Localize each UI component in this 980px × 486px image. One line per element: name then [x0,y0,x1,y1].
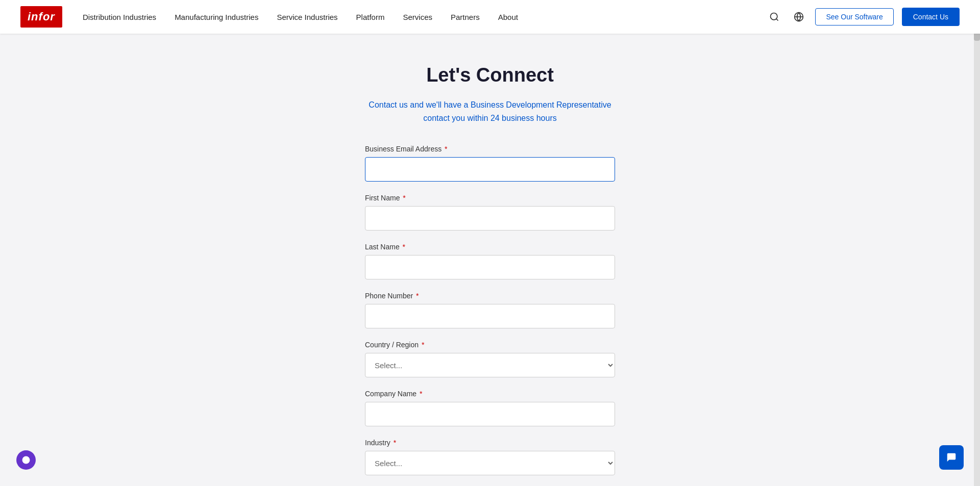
lastname-group: Last Name * [365,243,615,279]
main-nav: infor Distribution Industries Manufactur… [0,0,980,34]
globe-icon [794,12,804,22]
nav-actions: See Our Software Contact Us [766,8,960,26]
nav-distribution-industries[interactable]: Distribution Industries [83,13,156,21]
firstname-label: First Name * [365,194,615,202]
chat-button[interactable] [939,445,964,470]
industry-required-marker: * [391,439,396,447]
industry-select[interactable]: Select... [365,451,615,475]
contact-form: Business Email Address * First Name * La… [365,145,615,486]
purple-circle-widget[interactable] [16,450,36,470]
nav-service-industries[interactable]: Service Industries [277,13,337,21]
industry-group: Industry * Select... [365,439,615,475]
country-group: Country / Region * Select... [365,341,615,377]
nav-links: Distribution Industries Manufacturing In… [83,13,767,21]
page-title: Let's Connect [426,64,554,86]
country-select[interactable]: Select... [365,353,615,377]
company-group: Company Name * [365,390,615,426]
nav-platform[interactable]: Platform [356,13,385,21]
phone-required-marker: * [414,292,419,300]
phone-label: Phone Number * [365,292,615,300]
chat-icon [946,452,957,463]
svg-point-0 [771,13,777,20]
firstname-required-marker: * [401,194,405,202]
contact-us-button[interactable]: Contact Us [902,8,960,26]
subtitle-part1: Contact us and we'll have a [369,100,471,109]
nav-services[interactable]: Services [403,13,432,21]
company-required-marker: * [418,390,422,398]
nav-about[interactable]: About [498,13,518,21]
phone-group: Phone Number * [365,292,615,328]
subtitle-part2: within 24 business hours [465,114,557,122]
scrollbar-track[interactable] [974,0,980,486]
email-required-marker: * [443,145,447,153]
country-required-marker: * [420,341,424,349]
see-software-button[interactable]: See Our Software [815,8,893,25]
country-label: Country / Region * [365,341,615,349]
industry-label: Industry * [365,439,615,447]
lastname-required-marker: * [401,243,405,251]
firstname-group: First Name * [365,194,615,231]
nav-partners[interactable]: Partners [451,13,480,21]
main-content: Let's Connect Contact us and we'll have … [0,34,980,486]
svg-point-4 [22,456,30,464]
globe-button[interactable] [791,9,807,25]
company-label: Company Name * [365,390,615,398]
search-icon [769,12,779,22]
firstname-input[interactable] [365,206,615,231]
email-group: Business Email Address * [365,145,615,182]
nav-manufacturing-industries[interactable]: Manufacturing Industries [175,13,258,21]
search-button[interactable] [766,9,782,25]
page-subtitle: Contact us and we'll have a Business Dev… [357,98,623,124]
phone-input[interactable] [365,304,615,328]
logo[interactable]: infor [20,6,62,28]
email-input[interactable] [365,157,615,182]
email-label: Business Email Address * [365,145,615,153]
svg-line-1 [776,19,778,21]
lastname-input[interactable] [365,255,615,279]
lastname-label: Last Name * [365,243,615,251]
company-input[interactable] [365,402,615,426]
widget-icon [21,455,31,465]
